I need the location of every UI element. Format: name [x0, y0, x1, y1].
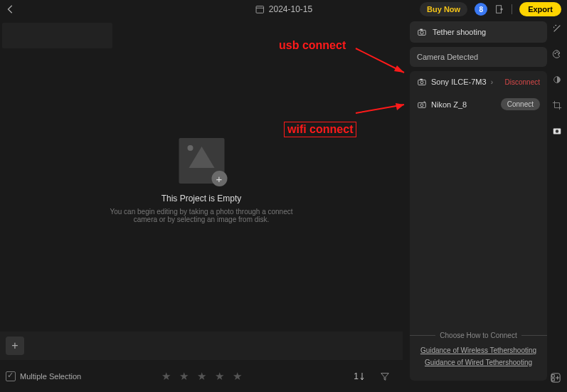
- wifi-camera-icon: [417, 100, 427, 110]
- svg-point-8: [420, 31, 423, 34]
- add-tile-button[interactable]: +: [6, 337, 24, 355]
- svg-rect-9: [420, 29, 423, 31]
- sort-control[interactable]: 1: [354, 371, 367, 381]
- svg-rect-10: [418, 80, 426, 85]
- star-icon[interactable]: ★: [197, 370, 206, 383]
- camera-icon: [417, 27, 427, 37]
- star-icon[interactable]: ★: [161, 370, 171, 383]
- thumbnail-strip: +: [0, 332, 403, 360]
- star-icon[interactable]: ★: [233, 370, 242, 383]
- top-bar: 2024-10-15 Buy Now 8 Export: [0, 0, 567, 18]
- svg-point-14: [555, 53, 556, 54]
- calendar-icon: [255, 4, 265, 14]
- crop-icon[interactable]: [550, 98, 564, 112]
- chevron-right-icon: ›: [491, 78, 493, 86]
- compare-icon[interactable]: [549, 371, 563, 385]
- date-label: 2024-10-15: [269, 4, 312, 14]
- back-icon[interactable]: [6, 4, 16, 14]
- svg-point-16: [558, 53, 560, 54]
- svg-rect-0: [256, 6, 264, 14]
- camera-list: Sony ILCE-7M3 › Disconnect Nikon Z_8 Con…: [410, 71, 547, 381]
- empty-image-icon: +: [179, 138, 224, 184]
- side-toolstrip: [549, 21, 566, 138]
- empty-state: + This Project is Empty You can begin ed…: [101, 138, 302, 223]
- magic-icon[interactable]: [550, 21, 564, 36]
- divider: [512, 4, 512, 14]
- usb-camera-icon: [417, 77, 427, 87]
- star-rating[interactable]: ★ ★ ★ ★ ★: [161, 370, 242, 383]
- how-heading: Choose How to Connect: [440, 332, 516, 339]
- project-date[interactable]: 2024-10-15: [255, 4, 312, 14]
- how-to-connect: Choose How to Connect Guidance of Wirele…: [410, 326, 547, 376]
- connect-button[interactable]: Connect: [501, 98, 540, 110]
- star-icon[interactable]: ★: [215, 370, 224, 383]
- checkbox-icon: [6, 371, 16, 381]
- svg-rect-12: [418, 102, 426, 107]
- export-button[interactable]: Export: [519, 2, 561, 16]
- avatar[interactable]: 8: [475, 3, 487, 16]
- empty-subtitle: You can begin editing by taking a photo …: [101, 208, 302, 223]
- svg-point-13: [420, 103, 423, 106]
- camera-detected-header: Camera Detected: [410, 47, 547, 67]
- svg-point-11: [420, 81, 423, 84]
- import-icon[interactable]: [494, 4, 504, 14]
- tether-shooting-row[interactable]: Tether shooting: [410, 21, 547, 43]
- add-image-button[interactable]: +: [211, 171, 227, 186]
- tone-icon[interactable]: [550, 73, 564, 87]
- camera-row-sony[interactable]: Sony ILCE-7M3 › Disconnect: [410, 71, 547, 92]
- empty-title: This Project is Empty: [101, 194, 302, 203]
- main-canvas: + This Project is Empty You can begin ed…: [0, 18, 403, 360]
- multiple-selection-label: Multiple Selection: [20, 372, 81, 381]
- compare-icon-wrap: [549, 371, 566, 385]
- camera-row-nikon[interactable]: Nikon Z_8 Connect: [410, 92, 547, 116]
- bottom-bar: Multiple Selection ★ ★ ★ ★ ★ 1: [0, 360, 403, 392]
- svg-point-15: [556, 52, 558, 53]
- link-wireless-guide[interactable]: Guidance of Wireless Tethershooting: [410, 346, 547, 354]
- buy-now-button[interactable]: Buy Now: [420, 2, 467, 16]
- multiple-selection-toggle[interactable]: Multiple Selection: [6, 371, 81, 381]
- palette-icon[interactable]: [550, 47, 564, 61]
- right-panel: Tether shooting Camera Detected Sony ILC…: [410, 21, 547, 385]
- disconnect-button[interactable]: Disconnect: [505, 78, 540, 86]
- filter-icon[interactable]: [380, 371, 390, 381]
- tether-label: Tether shooting: [433, 28, 486, 36]
- camera-name: Sony ILCE-7M3: [431, 78, 487, 86]
- svg-point-19: [556, 129, 558, 132]
- capture-icon[interactable]: [550, 124, 564, 138]
- thumbnail-placeholder: [2, 23, 112, 48]
- camera-name: Nikon Z_8: [431, 100, 467, 109]
- star-icon[interactable]: ★: [179, 370, 189, 383]
- link-wired-guide[interactable]: Guidance of Wired Tethershooting: [410, 359, 547, 366]
